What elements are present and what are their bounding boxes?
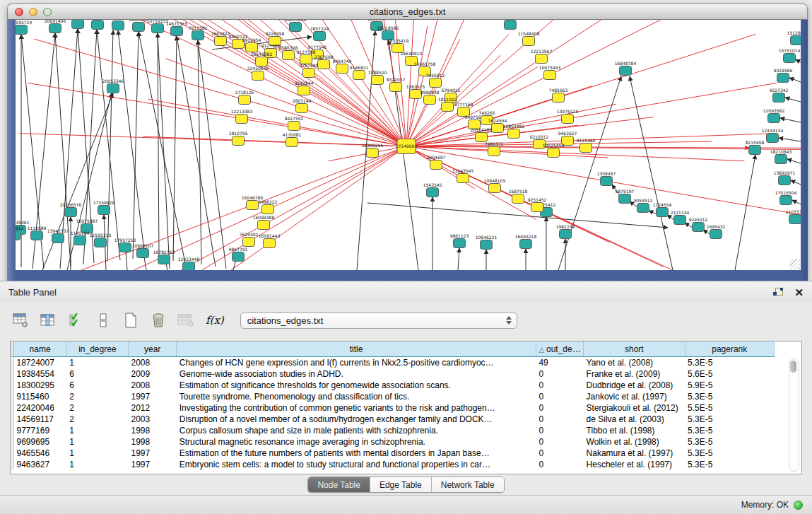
vertical-scrollbar[interactable] <box>789 358 799 472</box>
table-row[interactable]: 1938455462009Genome-wide association stu… <box>11 368 775 380</box>
graph-node[interactable]: 8990448 <box>420 90 440 105</box>
graph-node[interactable]: 12213383 <box>231 109 253 124</box>
graph-node[interactable]: 1543545 <box>423 182 442 197</box>
graph-node[interactable]: 9329966 <box>774 68 793 83</box>
graph-node[interactable]: 9115460 <box>577 138 596 153</box>
graph-node[interactable]: 16782753 <box>153 250 175 264</box>
graph-node[interactable]: 7625402 <box>240 232 259 247</box>
graph-node[interactable]: 9146821 <box>350 65 369 80</box>
graph-node[interactable]: 12213967 <box>531 49 553 64</box>
graph-node[interactable]: 8454749 <box>333 59 352 74</box>
graph-node[interactable]: 8427552 <box>285 116 304 131</box>
graph-node[interactable]: 9857791 <box>229 247 248 262</box>
graph-node[interactable]: 16099488 <box>253 215 275 230</box>
show-columns-icon[interactable] <box>39 311 57 329</box>
graph-node[interactable]: 6966160 <box>129 20 148 32</box>
column-header-name[interactable]: name <box>13 341 66 357</box>
table-row[interactable]: 1456911722003Disruption of a novel membe… <box>11 414 775 425</box>
graph-node[interactable]: 12093582 <box>763 108 785 123</box>
select-rows-icon[interactable] <box>66 311 85 329</box>
graph-node[interactable]: 16093218 <box>515 234 537 249</box>
graph-node[interactable]: 16091443 <box>259 233 281 248</box>
window-titlebar[interactable]: citations_edges.txt <box>7 4 808 20</box>
graph-node[interactable]: 13975125 <box>557 109 579 124</box>
graph-node[interactable]: 20564486 <box>471 127 493 142</box>
create-table-icon[interactable] <box>122 311 140 329</box>
table-row[interactable]: 1872400712008Changes of HCN gene express… <box>11 357 775 369</box>
graph-node[interactable]: 9054512 <box>634 198 653 213</box>
column-header-short[interactable]: short <box>584 341 685 357</box>
graph-node[interactable]: 1115689 <box>28 226 47 240</box>
column-header-out-de-[interactable]: △out_de… <box>536 341 583 357</box>
table-row[interactable]: 911546021997Tourette syndrome. Phenomeno… <box>11 391 775 402</box>
graph-node[interactable]: 2887682 <box>501 20 520 30</box>
function-builder-icon[interactable]: f(x) <box>204 311 225 329</box>
graph-node[interactable]: 17359928 <box>93 200 115 215</box>
graph-node[interactable]: 7663822 <box>211 31 230 46</box>
graph-node[interactable]: 20053346 <box>102 78 124 93</box>
graph-node[interactable]: 6879197 <box>616 189 635 204</box>
graph-node[interactable]: 14055724 <box>16 20 32 35</box>
graph-node[interactable]: 13942737 <box>47 228 69 243</box>
graph-node[interactable]: 10958107 <box>132 243 154 258</box>
graph-node[interactable]: 1982234 <box>556 224 575 239</box>
table-row[interactable]: 2242004622012Investigating the contribut… <box>11 402 775 414</box>
graph-node[interactable]: 2293186 <box>69 20 88 29</box>
column-header-pagerank[interactable]: pagerank <box>685 341 774 357</box>
graph-node[interactable]: 1145194 <box>71 230 90 245</box>
graph-node[interactable]: 20206576 <box>60 202 82 217</box>
citation-graph[interactable]: 1405572420691406229318610653267152760269… <box>16 20 801 270</box>
graph-node[interactable]: 17016504 <box>775 190 797 205</box>
graph-node[interactable]: 7986372 <box>485 141 504 156</box>
graph-node[interactable]: 2121134 <box>671 210 690 225</box>
table-row[interactable]: 946362711997Embryonic stem cells: a mode… <box>11 459 775 470</box>
close-panel-icon[interactable]: ✕ <box>794 287 804 298</box>
table-row[interactable]: 977716911998Corpus callosum shape and si… <box>11 425 775 436</box>
graph-node[interactable]: 8215958 <box>746 140 765 155</box>
graph-node[interactable]: 11243545 <box>452 168 474 183</box>
graph-node[interactable]: 4170081 <box>283 132 302 147</box>
graph-node[interactable]: 10807482 <box>503 124 525 139</box>
graph-node[interactable]: 10973493 <box>539 65 561 80</box>
delete-table-icon[interactable] <box>149 311 167 329</box>
graph-node[interactable]: 1588520 <box>368 70 387 85</box>
row-height-icon[interactable] <box>94 311 112 329</box>
graph-node[interactable]: 16848784 <box>615 61 637 76</box>
graph-node[interactable]: 1810755 <box>229 131 248 146</box>
scrollbar-thumb[interactable] <box>790 361 796 373</box>
graph-node[interactable]: 1512874 <box>787 30 801 45</box>
zoom-window-icon[interactable] <box>43 8 52 16</box>
graph-node[interactable]: 8322037 <box>387 77 406 92</box>
graph-node[interactable]: 10653267 <box>87 20 109 30</box>
graph-node[interactable]: 1124554 <box>653 202 672 217</box>
column-header-year[interactable]: year <box>129 341 177 357</box>
graph-node[interactable]: 18300295 <box>362 143 384 158</box>
resize-grip-icon[interactable] <box>789 259 800 269</box>
graph-node[interactable]: 17240091 <box>396 139 418 154</box>
tab-node-table[interactable]: Node Table <box>308 477 370 492</box>
tab-network-table[interactable]: Network Table <box>432 477 504 492</box>
minimize-window-icon[interactable] <box>29 8 37 16</box>
column-header-title[interactable]: title <box>177 341 536 357</box>
graph-node[interactable]: 9245012 <box>689 217 708 232</box>
graph-node[interactable]: 2718126 <box>235 90 254 105</box>
graph-node[interactable]: 12923448 <box>178 257 200 271</box>
graph-node[interactable]: 1527602 <box>109 20 128 30</box>
graph-node[interactable]: 1695432 <box>707 224 726 239</box>
graph-node[interactable]: 10846221 <box>476 235 498 250</box>
graph-node[interactable]: 12444134 <box>762 128 784 143</box>
graph-node[interactable]: 22420046 <box>247 66 269 81</box>
graph-node[interactable]: 20691406 <box>45 20 66 33</box>
graph-node[interactable]: 11548408 <box>518 31 540 46</box>
close-window-icon[interactable] <box>15 8 23 16</box>
graph-node[interactable]: 1358457 <box>597 171 616 186</box>
graph-node[interactable]: 16053809 <box>285 20 307 32</box>
float-panel-icon[interactable] <box>773 288 783 297</box>
graph-node[interactable]: 1107533 <box>786 209 801 224</box>
column-header-in-degree[interactable]: in_degree <box>66 341 128 357</box>
table-row[interactable]: 1830029562008Estimation of significance … <box>11 380 775 391</box>
graph-node[interactable]: 7955812 <box>426 73 445 88</box>
network-table-select[interactable]: citations_edges.txt <box>240 313 517 329</box>
graph-node[interactable]: 9227342 <box>770 88 789 103</box>
table-settings-icon[interactable] <box>11 311 30 329</box>
